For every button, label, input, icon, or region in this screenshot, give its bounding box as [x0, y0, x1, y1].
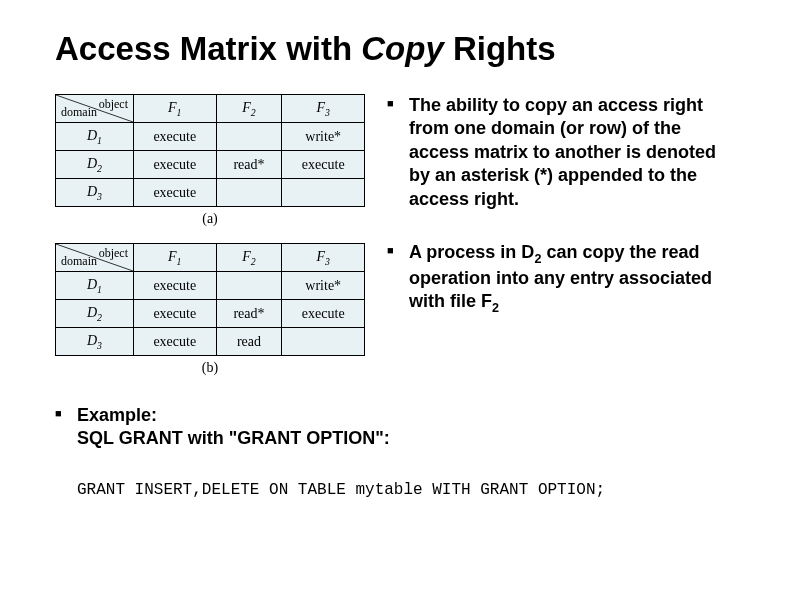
matrix-b-caption: (b) — [55, 360, 365, 376]
table-row: D2 execute read* execute — [56, 151, 365, 179]
cell: execute — [134, 328, 217, 356]
cell: write* — [282, 123, 365, 151]
corner-object-label: object — [99, 246, 128, 261]
matrix-a-caption: (a) — [55, 211, 365, 227]
table-row: D1 execute write* — [56, 272, 365, 300]
matrix-a-table: object domain F1 F2 F3 D1 execute write* — [55, 94, 365, 207]
table-row: D3 execute read — [56, 328, 365, 356]
title-post: Rights — [444, 30, 556, 67]
corner-object-label: object — [99, 97, 128, 112]
cell: execute — [282, 151, 365, 179]
corner-cell: object domain — [56, 244, 134, 272]
cell: execute — [134, 179, 217, 207]
sql-code: GRANT INSERT,DELETE ON TABLE mytable WIT… — [77, 481, 739, 499]
example-block: Example: SQL GRANT with "GRANT OPTION": … — [55, 404, 739, 499]
example-line2: SQL GRANT with "GRANT OPTION": — [77, 428, 390, 448]
col-header: F1 — [134, 95, 217, 123]
cell: read — [216, 328, 282, 356]
matrix-b: object domain F1 F2 F3 D1 execute write* — [55, 243, 365, 376]
col-header: F3 — [282, 95, 365, 123]
row-header: D1 — [56, 272, 134, 300]
col-header: F3 — [282, 244, 365, 272]
cell: execute — [134, 272, 217, 300]
cell — [282, 328, 365, 356]
corner-domain-label: domain — [61, 254, 97, 269]
cell — [216, 179, 282, 207]
row-header: D1 — [56, 123, 134, 151]
cell: execute — [134, 300, 217, 328]
bullet-list: The ability to copy an access right from… — [387, 94, 739, 316]
corner-domain-label: domain — [61, 105, 97, 120]
title-pre: Access Matrix with — [55, 30, 361, 67]
table-row: D2 execute read* execute — [56, 300, 365, 328]
page-title: Access Matrix with Copy Rights — [55, 30, 739, 68]
cell — [216, 272, 282, 300]
table-row: D1 execute write* — [56, 123, 365, 151]
cell: execute — [282, 300, 365, 328]
content-row: object domain F1 F2 F3 D1 execute write* — [55, 94, 739, 392]
matrix-b-table: object domain F1 F2 F3 D1 execute write* — [55, 243, 365, 356]
cell — [282, 179, 365, 207]
row-header: D2 — [56, 151, 134, 179]
title-italic: Copy — [361, 30, 444, 67]
slide: Access Matrix with Copy Rights object do… — [0, 0, 794, 529]
col-header: F2 — [216, 95, 282, 123]
cell: write* — [282, 272, 365, 300]
example-label: Example: — [77, 405, 157, 425]
col-header: F1 — [134, 244, 217, 272]
example-bullet: Example: SQL GRANT with "GRANT OPTION": — [55, 404, 739, 451]
example-item: Example: SQL GRANT with "GRANT OPTION": — [55, 404, 739, 451]
row-header: D2 — [56, 300, 134, 328]
corner-cell: object domain — [56, 95, 134, 123]
matrix-a: object domain F1 F2 F3 D1 execute write* — [55, 94, 365, 227]
cell — [216, 123, 282, 151]
right-column: The ability to copy an access right from… — [387, 94, 739, 392]
cell: read* — [216, 151, 282, 179]
cell: execute — [134, 123, 217, 151]
left-column: object domain F1 F2 F3 D1 execute write* — [55, 94, 365, 392]
bullet-process-copy: A process in D2 can copy the read operat… — [387, 241, 739, 316]
cell: execute — [134, 151, 217, 179]
table-row: D3 execute — [56, 179, 365, 207]
row-header: D3 — [56, 179, 134, 207]
cell: read* — [216, 300, 282, 328]
row-header: D3 — [56, 328, 134, 356]
col-header: F2 — [216, 244, 282, 272]
bullet-copy-right: The ability to copy an access right from… — [387, 94, 739, 211]
